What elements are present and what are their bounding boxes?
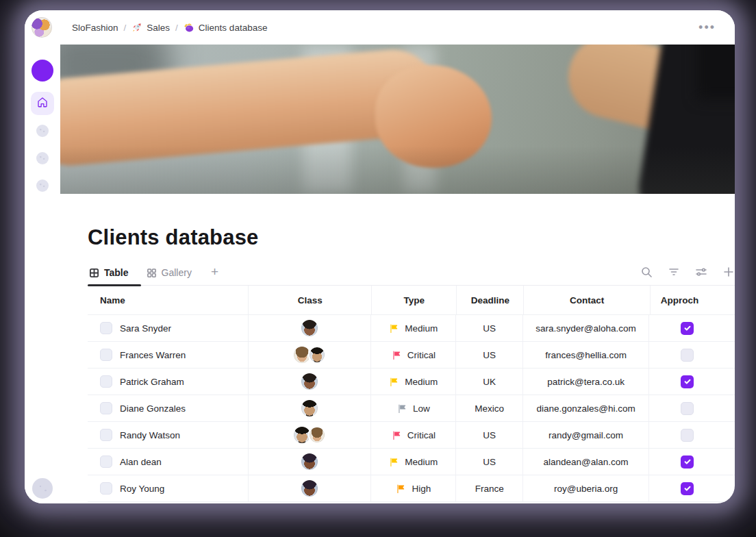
deadline-value: Mexico	[475, 403, 504, 414]
table-row[interactable]: Diane Gonzales Low Mexico diane.gonzales…	[88, 395, 735, 422]
column-header-type[interactable]: Type	[372, 286, 457, 314]
row-select-checkbox[interactable]	[100, 349, 112, 361]
tab-gallery-label: Gallery	[162, 267, 192, 278]
add-view-button[interactable]: +	[208, 264, 221, 285]
approched-checkbox[interactable]	[681, 482, 694, 495]
rocket-icon	[131, 22, 142, 33]
accent-space-button[interactable]	[32, 60, 53, 82]
row-select-checkbox[interactable]	[100, 455, 112, 468]
column-header-contact[interactable]: Contact	[524, 286, 650, 314]
priority-label: Low	[413, 403, 430, 414]
breadcrumb-space-label: Sales	[147, 23, 170, 33]
approched-checkbox[interactable]	[681, 402, 694, 415]
contact-email: diane.gonzales@hi.com	[536, 403, 635, 414]
avatar-man	[301, 400, 318, 416]
gallery-view-icon	[147, 268, 157, 278]
money-purse-icon	[184, 22, 194, 33]
row-select-checkbox[interactable]	[100, 322, 112, 334]
deadline-value: France	[475, 484, 504, 494]
priority-flag-icon	[389, 457, 399, 467]
breadcrumb-page-label: Clients database	[199, 23, 268, 33]
table-row[interactable]: Frances Warren Critical US frances@helli…	[88, 342, 735, 369]
sidebar-item-placeholder-2[interactable]	[36, 152, 49, 164]
app-window: SloFashion / Sales /	[25, 10, 735, 503]
plus-icon[interactable]	[722, 266, 735, 278]
contact-email: patrick@tera.co.uk	[547, 377, 625, 387]
page-content: Clients database Table Gallery +	[60, 194, 735, 502]
column-header-name[interactable]: Name	[88, 286, 249, 314]
sidebar-item-home[interactable]	[31, 92, 54, 115]
table-row[interactable]: Patrick Graham Medium UK patrick@tera.co…	[88, 369, 735, 395]
breadcrumb-space-sales[interactable]: Sales	[131, 22, 170, 33]
workspace-avatar[interactable]	[32, 17, 52, 38]
priority-label: Medium	[405, 323, 438, 334]
class-avatars[interactable]	[294, 346, 326, 364]
client-name: Randy Watson	[120, 430, 180, 440]
client-name: Sara Snyder	[120, 323, 171, 334]
class-avatars[interactable]	[301, 480, 318, 497]
approched-checkbox[interactable]	[681, 455, 694, 469]
tab-table-label: Table	[104, 267, 129, 278]
contact-email: roy@uberia.org	[554, 484, 618, 494]
priority-flag-icon	[396, 484, 406, 494]
tab-gallery[interactable]: Gallery	[145, 263, 193, 285]
breadcrumb-workspace-label: SloFashion	[72, 23, 118, 33]
contact-email: alandean@alan.com	[544, 457, 629, 467]
sliders-icon[interactable]	[695, 266, 707, 278]
approched-checkbox[interactable]	[681, 322, 694, 335]
avatar-girl	[301, 373, 318, 390]
row-select-checkbox[interactable]	[100, 375, 112, 388]
breadcrumb-page-clients-database[interactable]: Clients database	[184, 22, 268, 33]
breadcrumb-separator: /	[124, 23, 127, 33]
class-avatars[interactable]	[301, 320, 318, 336]
priority-label: Critical	[407, 350, 436, 360]
page-title: Clients database	[88, 225, 735, 250]
avatar-man	[308, 346, 326, 364]
client-name: Frances Warren	[120, 350, 186, 360]
column-header-approch[interactable]: Approch	[651, 286, 735, 314]
clients-table: Name Class Type Deadline Contact Approch…	[88, 286, 735, 502]
approched-checkbox[interactable]	[681, 429, 694, 442]
column-header-class[interactable]: Class	[249, 286, 372, 314]
table-row[interactable]: Sara Snyder Medium US sara.snyder@aloha.…	[88, 315, 735, 342]
avatar-boy	[301, 480, 318, 497]
contact-email: sara.snyder@aloha.com	[536, 323, 636, 334]
row-select-checkbox[interactable]	[100, 482, 112, 495]
deadline-value: UK	[483, 377, 496, 387]
table-row[interactable]: Roy Young High France roy@uberia.org	[88, 475, 735, 502]
class-avatars[interactable]	[301, 373, 318, 390]
approched-checkbox[interactable]	[681, 375, 694, 388]
avatar-girl	[301, 320, 318, 336]
home-icon	[36, 96, 49, 111]
class-avatars[interactable]	[301, 400, 318, 416]
priority-label: Critical	[407, 430, 436, 440]
filter-icon[interactable]	[668, 266, 680, 278]
row-select-checkbox[interactable]	[100, 402, 112, 414]
deadline-value: US	[483, 430, 496, 440]
client-name: Roy Young	[120, 484, 164, 494]
cover-image-fist-bump	[60, 45, 735, 194]
class-avatars[interactable]	[294, 426, 326, 444]
deadline-value: US	[483, 457, 496, 467]
class-avatars[interactable]	[301, 453, 318, 470]
view-toolbar	[640, 266, 735, 285]
search-icon[interactable]	[640, 266, 653, 278]
table-row[interactable]: Alan dean Medium US alandean@alan.com	[88, 449, 735, 475]
table-view-icon	[89, 268, 99, 278]
active-tab-indicator	[88, 284, 141, 286]
approched-checkbox[interactable]	[681, 349, 694, 362]
column-header-deadline[interactable]: Deadline	[457, 286, 524, 314]
priority-label: Medium	[405, 457, 438, 467]
tab-table[interactable]: Table	[88, 263, 130, 285]
topbar: SloFashion / Sales /	[60, 10, 735, 45]
breadcrumb-separator: /	[175, 23, 178, 33]
sidebar-item-placeholder-3[interactable]	[36, 179, 49, 192]
table-row[interactable]: Randy Watson Critical US randy@gmail.com	[88, 422, 735, 449]
row-select-checkbox[interactable]	[100, 429, 112, 441]
sidebar-user-avatar[interactable]	[32, 478, 53, 499]
more-options-button[interactable]: •••	[697, 21, 717, 34]
breadcrumb-workspace[interactable]: SloFashion	[72, 23, 118, 33]
sidebar-item-placeholder-1[interactable]	[36, 125, 49, 137]
avatar-woman	[308, 426, 326, 444]
contact-email: randy@gmail.com	[549, 430, 623, 440]
